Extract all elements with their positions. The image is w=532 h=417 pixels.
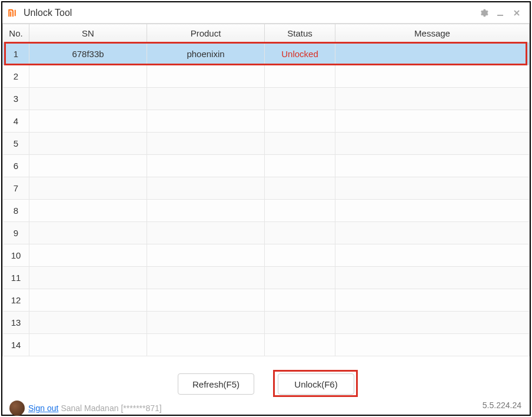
cell-no: 14 [3, 334, 29, 356]
cell-sn: 678f33b [29, 43, 147, 65]
table-row[interactable]: 7 [3, 177, 530, 200]
table-row[interactable]: 8 [3, 200, 530, 222]
cell-sn [29, 289, 147, 312]
cell-no: 5 [3, 133, 29, 155]
table-row[interactable]: 13 [3, 312, 530, 334]
window-title: Unlock Tool [24, 8, 72, 18]
cell-message [335, 110, 530, 133]
table-row[interactable]: 9 [3, 222, 530, 244]
cell-status [265, 289, 335, 312]
cell-message [335, 244, 530, 267]
cell-product [147, 155, 265, 177]
table-row[interactable]: 10 [3, 244, 530, 267]
cell-message [335, 222, 530, 244]
cell-status [265, 177, 335, 200]
table-row[interactable]: 11 [3, 267, 530, 289]
cell-status [265, 65, 335, 88]
titlebar: Unlock Tool [2, 2, 530, 24]
cell-no: 4 [3, 110, 29, 133]
table-row[interactable]: 3 [3, 88, 530, 110]
device-table: No. SN Product Status Message 1678f33bph… [2, 24, 530, 356]
user-avatar[interactable] [9, 401, 25, 416]
cell-sn [29, 200, 147, 222]
cell-status [265, 155, 335, 177]
unlock-button[interactable]: Unlock(F6) [278, 373, 354, 395]
col-header-sn[interactable]: SN [29, 24, 147, 43]
col-header-status[interactable]: Status [265, 24, 335, 43]
cell-status [265, 110, 335, 133]
table-row[interactable]: 6 [3, 155, 530, 177]
cell-product [147, 334, 265, 356]
mi-logo-icon [7, 7, 19, 19]
cell-sn [29, 177, 147, 200]
cell-no: 6 [3, 155, 29, 177]
user-masked-id: [*******871] [121, 403, 161, 413]
cell-sn [29, 334, 147, 356]
cell-message [335, 267, 530, 289]
button-row: Refresh(F5) Unlock(F6) [9, 373, 523, 395]
refresh-button[interactable]: Refresh(F5) [178, 373, 254, 395]
cell-status [265, 88, 335, 110]
cell-product [147, 267, 265, 289]
cell-product [147, 65, 265, 88]
table-row[interactable]: 14 [3, 334, 530, 356]
cell-message [335, 133, 530, 155]
col-header-message[interactable]: Message [335, 24, 530, 43]
cell-message [335, 43, 530, 65]
close-button[interactable] [508, 5, 525, 21]
cell-product [147, 289, 265, 312]
cell-product [147, 110, 265, 133]
cell-sn [29, 244, 147, 267]
cell-sn [29, 155, 147, 177]
cell-sn [29, 65, 147, 88]
cell-no: 1 [3, 43, 29, 65]
cell-message [335, 334, 530, 356]
cell-no: 8 [3, 200, 29, 222]
version-label: 5.5.224.24 [483, 401, 521, 410]
cell-product [147, 88, 265, 110]
table-row[interactable]: 1678f33bphoenixinUnlocked [3, 43, 530, 65]
cell-status [265, 222, 335, 244]
cell-sn [29, 312, 147, 334]
cell-no: 2 [3, 65, 29, 88]
cell-status [265, 133, 335, 155]
col-header-product[interactable]: Product [147, 24, 265, 43]
cell-status [265, 267, 335, 289]
cell-product [147, 200, 265, 222]
table-header-row: No. SN Product Status Message [3, 24, 530, 43]
table-row[interactable]: 5 [3, 133, 530, 155]
cell-status [265, 244, 335, 267]
col-header-no[interactable]: No. [3, 24, 29, 43]
table-row[interactable]: 12 [3, 289, 530, 312]
cell-message [335, 65, 530, 88]
user-bar: Sign out Sanal Madanan [*******871] [9, 401, 523, 416]
cell-message [335, 312, 530, 334]
cell-sn [29, 133, 147, 155]
cell-message [335, 88, 530, 110]
device-table-container: No. SN Product Status Message 1678f33bph… [2, 24, 530, 368]
cell-product [147, 312, 265, 334]
signout-link[interactable]: Sign out [28, 403, 58, 413]
cell-status: Unlocked [265, 43, 335, 65]
minimize-button[interactable] [492, 5, 508, 21]
cell-message [335, 177, 530, 200]
cell-message [335, 200, 530, 222]
table-row[interactable]: 4 [3, 110, 530, 133]
cell-no: 13 [3, 312, 29, 334]
cell-sn [29, 110, 147, 133]
cell-message [335, 289, 530, 312]
cell-status [265, 334, 335, 356]
cell-message [335, 155, 530, 177]
cell-product [147, 133, 265, 155]
cell-status [265, 312, 335, 334]
settings-button[interactable] [476, 5, 492, 21]
cell-no: 7 [3, 177, 29, 200]
cell-no: 11 [3, 267, 29, 289]
cell-sn [29, 88, 147, 110]
cell-no: 3 [3, 88, 29, 110]
footer: Refresh(F5) Unlock(F6) Sign out Sanal Ma… [2, 368, 530, 415]
table-row[interactable]: 2 [3, 65, 530, 88]
user-name: Sanal Madanan [61, 403, 118, 413]
cell-sn [29, 222, 147, 244]
cell-product: phoenixin [147, 43, 265, 65]
